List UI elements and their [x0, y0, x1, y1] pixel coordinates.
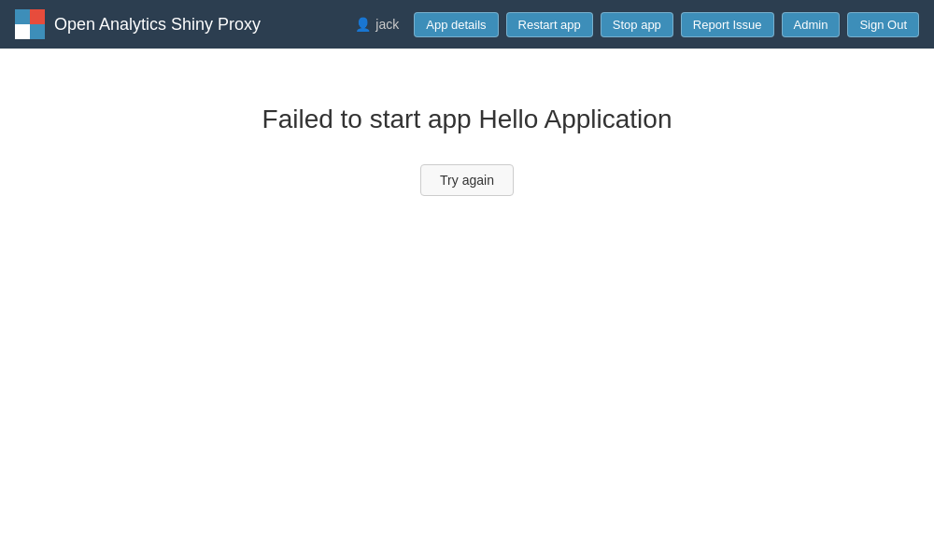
username-label: jack [375, 17, 399, 32]
brand-link[interactable]: Open Analytics Shiny Proxy [15, 9, 261, 39]
main-content: Failed to start app Hello Application Tr… [0, 49, 934, 560]
app-details-button[interactable]: App details [414, 12, 498, 37]
brand-title: Open Analytics Shiny Proxy [54, 15, 261, 35]
sign-out-button[interactable]: Sign Out [847, 12, 919, 37]
svg-rect-1 [30, 9, 45, 24]
svg-rect-3 [30, 24, 45, 39]
user-icon: 👤 [355, 17, 371, 32]
brand-logo [15, 9, 45, 39]
try-again-button[interactable]: Try again [420, 164, 514, 196]
stop-app-button[interactable]: Stop app [601, 12, 673, 37]
navbar: Open Analytics Shiny Proxy 👤 jack App de… [0, 0, 934, 49]
admin-button[interactable]: Admin [782, 12, 841, 37]
user-info: 👤 jack [355, 17, 399, 32]
report-issue-button[interactable]: Report Issue [681, 12, 774, 37]
navbar-right: 👤 jack App details Restart app Stop app … [355, 12, 919, 37]
restart-app-button[interactable]: Restart app [506, 12, 593, 37]
error-title: Failed to start app Hello Application [262, 105, 672, 134]
svg-rect-0 [15, 9, 30, 24]
svg-rect-2 [15, 24, 30, 39]
